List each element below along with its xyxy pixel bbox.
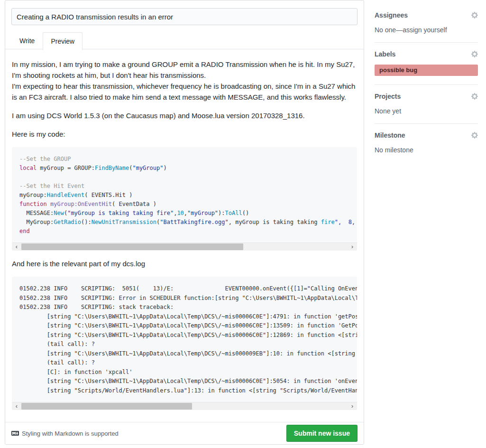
- gear-icon[interactable]: [471, 50, 478, 58]
- label-possible-bug[interactable]: possible bug: [375, 65, 478, 76]
- gear-icon[interactable]: [471, 131, 478, 139]
- paragraph-mission-line2: I'm expecting to hear this transmission,…: [12, 82, 355, 101]
- markdown-icon: [11, 429, 19, 437]
- scroll-right-icon[interactable]: ›: [348, 243, 356, 251]
- milestone-value: No milestone: [375, 146, 478, 154]
- sidebar-section-labels: Labels possible bug: [375, 43, 478, 85]
- log-block-lines: 01502.238 INFO SCRIPTING: 5051( 13)/E: E…: [12, 277, 357, 402]
- paragraph-code-intro: Here is my code:: [12, 129, 357, 140]
- assignees-heading: Assignees: [375, 11, 408, 19]
- gear-icon[interactable]: [471, 11, 478, 19]
- projects-heading: Projects: [375, 93, 401, 100]
- dcs-log-block: 01502.238 INFO SCRIPTING: 5051( 13)/E: E…: [12, 277, 357, 410]
- paragraph-versions: I am using DCS World 1.5.3 (on the Cauca…: [12, 110, 357, 121]
- tab-preview[interactable]: Preview: [43, 32, 83, 50]
- sidebar-section-milestone: Milestone No milestone: [375, 124, 478, 162]
- lua-code-block: --Set the GROUPlocal myGroup = GROUP:Fin…: [12, 147, 357, 251]
- new-issue-form: WritePreview In my mission, I am trying …: [5, 0, 364, 445]
- paragraph-log-intro: And here is the relevant part of my dcs.…: [12, 258, 357, 269]
- assignees-value[interactable]: No one—assign yourself: [375, 26, 478, 34]
- milestone-heading: Milestone: [375, 131, 405, 139]
- sidebar-section-assignees: Assignees No one—assign yourself: [375, 4, 478, 43]
- paragraph-mission: In my mission, I am trying to make a gro…: [12, 59, 357, 103]
- issue-sidebar: Assignees No one—assign yourself Labels …: [375, 4, 478, 162]
- scroll-left-icon[interactable]: ‹: [13, 243, 20, 251]
- log-block-hscrollbar[interactable]: ‹ ›: [12, 402, 357, 410]
- labels-heading: Labels: [375, 50, 395, 58]
- paragraph-mission-line1: In my mission, I am trying to make a gro…: [12, 60, 355, 79]
- tab-write[interactable]: Write: [11, 32, 43, 50]
- submit-new-issue-button[interactable]: Submit new issue: [286, 425, 358, 442]
- scroll-right-icon[interactable]: ›: [348, 402, 356, 410]
- issue-preview-body: In my mission, I am trying to make a gro…: [5, 49, 364, 422]
- scrollbar-thumb[interactable]: [21, 403, 192, 410]
- markdown-note-text: Styling with Markdown is supported: [22, 430, 119, 437]
- sidebar-section-projects: Projects None yet: [375, 85, 478, 124]
- gear-icon[interactable]: [471, 93, 478, 100]
- scrollbar-thumb[interactable]: [21, 243, 243, 250]
- scroll-left-icon[interactable]: ‹: [13, 402, 20, 410]
- issue-title-input[interactable]: [11, 8, 358, 25]
- form-footer: Styling with Markdown is supported Submi…: [5, 422, 364, 444]
- markdown-supported-link[interactable]: Styling with Markdown is supported: [11, 429, 119, 437]
- code-block-lines: --Set the GROUPlocal myGroup = GROUP:Fin…: [12, 147, 357, 243]
- projects-value: None yet: [375, 107, 478, 115]
- write-preview-tabnav: WritePreview: [5, 32, 364, 49]
- code-block-hscrollbar[interactable]: ‹ ›: [12, 243, 357, 251]
